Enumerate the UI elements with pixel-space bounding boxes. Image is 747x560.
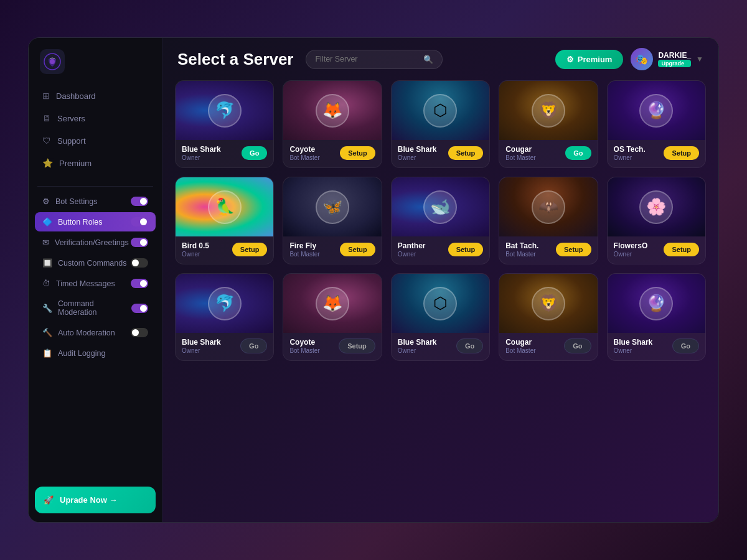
action-button[interactable]: Go xyxy=(240,338,267,353)
setup-button[interactable]: Setup xyxy=(664,243,699,256)
app-container: ⊞ Dashboard 🖥 Servers 🛡 Support ⭐ Premiu… xyxy=(28,37,719,523)
sidebar-item-label: Dashboard xyxy=(56,91,96,101)
button-roles-toggle[interactable] xyxy=(131,217,148,226)
server-name: Fire Fly xyxy=(289,241,337,250)
server-card[interactable]: 🦇 Bat Tach. Bot Master Setup xyxy=(499,177,598,264)
setup-button[interactable]: Setup xyxy=(232,243,268,256)
server-card[interactable]: 🦁 Cougar Bot Master Go xyxy=(499,80,598,168)
server-name: Bat Tach. xyxy=(505,241,553,250)
server-details: Blue Shark Owner xyxy=(398,145,445,161)
server-card[interactable]: 🦊 Coyote Bot Master Setup xyxy=(283,80,382,168)
go-button[interactable]: Go xyxy=(565,146,591,160)
user-info: DARKIE_ Upgrade xyxy=(658,51,691,67)
server-card[interactable]: 🦋 Fire Fly Bot Master Setup xyxy=(283,177,382,264)
sidebar-item-command-moderation[interactable]: 🔧 Command Moderation xyxy=(35,294,156,322)
setup-button[interactable]: Setup xyxy=(340,243,375,256)
timed-messages-toggle[interactable] xyxy=(131,279,148,288)
sidebar-item-timed-messages[interactable]: ⏱ Timed Messages xyxy=(35,274,156,293)
server-card[interactable]: ⬡ Blue Shark Owner Setup xyxy=(391,80,490,168)
sidebar-item-button-roles[interactable]: 🔷 Button Roles xyxy=(35,212,156,231)
section-item-label: Bot Settings xyxy=(55,197,97,206)
search-bar[interactable]: 🔍 xyxy=(306,50,443,69)
sidebar-item-custom-commands[interactable]: 🔲 Custom Commands xyxy=(35,253,156,273)
server-card[interactable]: 🦜 Bird 0.5 Owner Setup xyxy=(175,177,274,264)
action-button[interactable]: Go xyxy=(564,338,591,353)
server-card-info: Cougar Bot Master Go xyxy=(499,333,597,360)
server-card-info: Cougar Bot Master Go xyxy=(499,140,597,167)
server-role: Owner xyxy=(398,154,445,161)
server-details: Coyote Bot Master xyxy=(289,145,337,161)
server-card[interactable]: 🦊 Coyote Bot Master Setup xyxy=(283,273,382,361)
server-card-info: Panther Owner Setup xyxy=(392,236,489,264)
sidebar-item-support[interactable]: 🛡 Support xyxy=(35,130,156,151)
server-card-info: Blue Shark Owner Go xyxy=(608,333,705,360)
custom-commands-toggle[interactable] xyxy=(131,258,148,268)
search-input[interactable] xyxy=(315,55,418,63)
sidebar-item-audit-logging[interactable]: 📋 Audit Logging xyxy=(35,343,156,363)
server-card-image: 🐬 xyxy=(176,81,273,140)
page-title: Select a Server xyxy=(177,50,293,69)
server-card-info: Blue Shark Owner Go xyxy=(176,333,273,360)
server-role: Owner xyxy=(398,251,445,258)
sidebar-logo xyxy=(29,49,162,85)
action-button[interactable]: Go xyxy=(456,338,483,353)
server-role: Owner xyxy=(182,347,237,354)
setup-button[interactable]: Setup xyxy=(664,146,699,160)
upgrade-banner[interactable]: 🚀 Uprade Now → xyxy=(35,487,156,513)
sidebar-item-verification[interactable]: ✉ Verification/Greetings xyxy=(35,233,156,252)
server-card[interactable]: 🔮 OS Tech. Owner Setup xyxy=(607,80,706,168)
server-grid: 🐬 Blue Shark Owner Go 🦊 Coyote Bot Maste… xyxy=(175,80,706,361)
bot-settings-icon: ⚙ xyxy=(42,197,50,206)
sidebar-item-premium[interactable]: ⭐ Premium xyxy=(35,152,156,174)
server-role: Owner xyxy=(182,251,229,258)
sidebar-item-bot-settings[interactable]: ⚙ Bot Settings xyxy=(35,192,156,211)
command-moderation-toggle[interactable] xyxy=(131,304,148,313)
server-details: Coyote Bot Master xyxy=(289,338,336,354)
server-icon: 🦊 xyxy=(316,94,349,128)
auto-moderation-toggle[interactable] xyxy=(131,328,148,337)
setup-button[interactable]: Setup xyxy=(340,146,375,160)
sidebar: ⊞ Dashboard 🖥 Servers 🛡 Support ⭐ Premiu… xyxy=(29,38,162,522)
server-role: Bot Master xyxy=(505,347,561,354)
premium-button[interactable]: ⚙ Premium xyxy=(555,50,624,69)
server-icon: 🐬 xyxy=(208,94,242,128)
sidebar-item-dashboard[interactable]: ⊞ Dashboard xyxy=(35,85,156,106)
avatar: 🎭 xyxy=(631,48,653,70)
server-icon: 🦊 xyxy=(316,287,349,320)
server-card[interactable]: 🌸 FlowersO Owner Setup xyxy=(607,177,706,264)
server-name: Blue Shark xyxy=(182,145,238,154)
command-moderation-icon: 🔧 xyxy=(42,304,52,313)
section-item-label: Verification/Greetings xyxy=(55,238,129,247)
server-card[interactable]: 🦁 Cougar Bot Master Go xyxy=(499,273,598,361)
server-card-info: Blue Shark Owner Go xyxy=(392,333,489,360)
action-button[interactable]: Go xyxy=(672,338,699,353)
server-grid-container[interactable]: 🐬 Blue Shark Owner Go 🦊 Coyote Bot Maste… xyxy=(162,80,718,522)
upgrade-tag: Upgrade xyxy=(658,60,691,67)
action-button[interactable]: Setup xyxy=(339,338,375,353)
verification-toggle[interactable] xyxy=(131,238,148,247)
server-details: Fire Fly Bot Master xyxy=(289,241,337,258)
server-details: Blue Shark Owner xyxy=(398,338,453,354)
sidebar-item-servers[interactable]: 🖥 Servers xyxy=(35,108,156,129)
bot-settings-toggle[interactable] xyxy=(131,197,148,206)
chevron-down-icon[interactable]: ▼ xyxy=(696,55,703,63)
server-card[interactable]: 🐋 Panther Owner Setup xyxy=(391,177,490,264)
sidebar-item-label: Support xyxy=(57,136,86,146)
section-item-label: Auto Moderation xyxy=(58,329,115,337)
server-card[interactable]: 🐬 Blue Shark Owner Go xyxy=(175,80,274,168)
server-role: Owner xyxy=(614,154,661,161)
setup-button[interactable]: Setup xyxy=(448,146,484,160)
timed-messages-icon: ⏱ xyxy=(42,279,50,288)
server-card[interactable]: 🐬 Blue Shark Owner Go xyxy=(175,273,274,361)
search-icon: 🔍 xyxy=(423,55,433,64)
auto-moderation-icon: 🔨 xyxy=(42,328,52,337)
server-card[interactable]: ⬡ Blue Shark Owner Go xyxy=(391,273,490,361)
server-name: Blue Shark xyxy=(182,338,237,347)
sidebar-item-auto-moderation[interactable]: 🔨 Auto Moderation xyxy=(35,323,156,342)
server-name: Bird 0.5 xyxy=(182,241,229,250)
go-button[interactable]: Go xyxy=(242,146,267,160)
audit-logging-icon: 📋 xyxy=(42,348,52,358)
setup-button[interactable]: Setup xyxy=(448,243,484,256)
server-card[interactable]: 🔮 Blue Shark Owner Go xyxy=(607,273,706,361)
setup-button[interactable]: Setup xyxy=(556,243,591,256)
